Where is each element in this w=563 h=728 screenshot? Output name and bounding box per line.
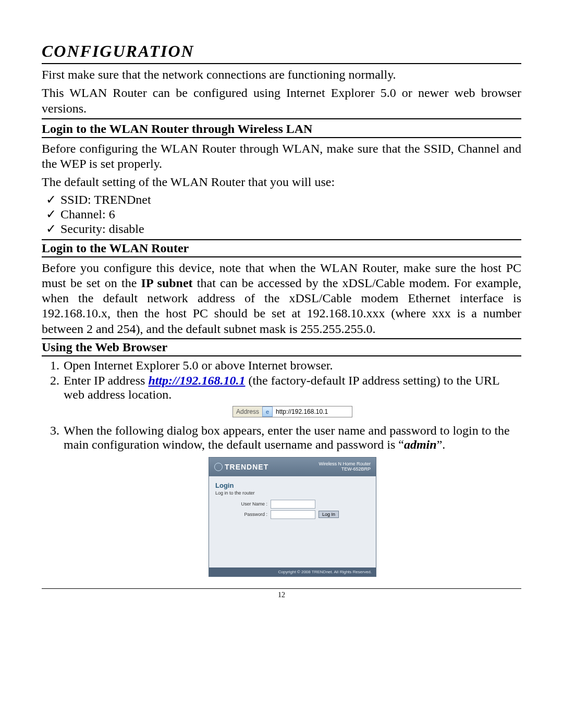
step-3-text-b: ”. [437, 438, 446, 451]
address-bar-url[interactable]: http://192.168.10.1 [273, 406, 352, 417]
router-model-label: Wireless N Home Router TEW-652BRP [319, 462, 371, 472]
list-item-ssid: SSID: TRENDnet [46, 192, 521, 207]
step-2: Enter IP address http://192.168.10.1 (th… [63, 374, 521, 417]
address-bar-figure: Address e http://192.168.10.1 [232, 406, 352, 417]
section-heading-login-router: Login to the WLAN Router [42, 239, 521, 257]
default-credential: admin [404, 438, 437, 451]
default-settings-list: SSID: TRENDnet Channel: 6 Security: disa… [42, 192, 521, 236]
router-brand: TRENDNET [214, 463, 268, 471]
password-label: Password : [236, 512, 267, 517]
footer-rule [42, 588, 521, 589]
username-label: User Name : [236, 501, 267, 507]
intro-paragraph-1: First make sure that the network connect… [42, 67, 521, 82]
username-field[interactable] [271, 500, 315, 509]
list-item-security: Security: disable [46, 221, 521, 236]
intro-paragraph-2: This WLAN Router can be configured using… [42, 85, 521, 116]
login-subtext: Log in to the router [215, 490, 370, 496]
brand-ring-icon [214, 463, 223, 471]
sec2-paragraph: Before you configure this device, note t… [42, 261, 521, 337]
ip-subnet-emphasis: IP subnet [141, 276, 193, 290]
section-heading-wlan-login: Login to the WLAN Router through Wireles… [42, 121, 521, 138]
login-footer-copyright: Copyright © 2008 TRENDnet. All Rights Re… [209, 567, 376, 576]
ie-page-icon: e [262, 406, 273, 417]
steps-list: Open Internet Explorer 5.0 or above Inte… [42, 359, 521, 577]
default-ip-link[interactable]: http://192.168.10.1 [148, 374, 245, 387]
brand-text: TRENDNET [225, 463, 268, 471]
page-number: 12 [42, 591, 521, 599]
sec1-paragraph-2: The default setting of the WLAN Router t… [42, 175, 521, 190]
step-3: When the following dialog box appears, e… [63, 424, 521, 577]
step-2-text-a: Enter IP address [64, 374, 148, 387]
login-button[interactable]: Log In [319, 511, 339, 518]
password-field[interactable] [271, 510, 315, 519]
router-model-line2: TEW-652BRP [319, 467, 371, 472]
page-title: CONFIGURATION [42, 42, 521, 64]
login-heading: Login [215, 482, 370, 489]
section-heading-web-browser: Using the Web Browser [42, 338, 521, 356]
login-dialog-figure: TRENDNET Wireless N Home Router TEW-652B… [209, 457, 376, 577]
address-bar-label: Address [233, 406, 262, 417]
sec1-paragraph-1: Before configuring the WLAN Router throu… [42, 141, 521, 172]
step-1: Open Internet Explorer 5.0 or above Inte… [63, 359, 521, 373]
list-item-channel: Channel: 6 [46, 207, 521, 221]
